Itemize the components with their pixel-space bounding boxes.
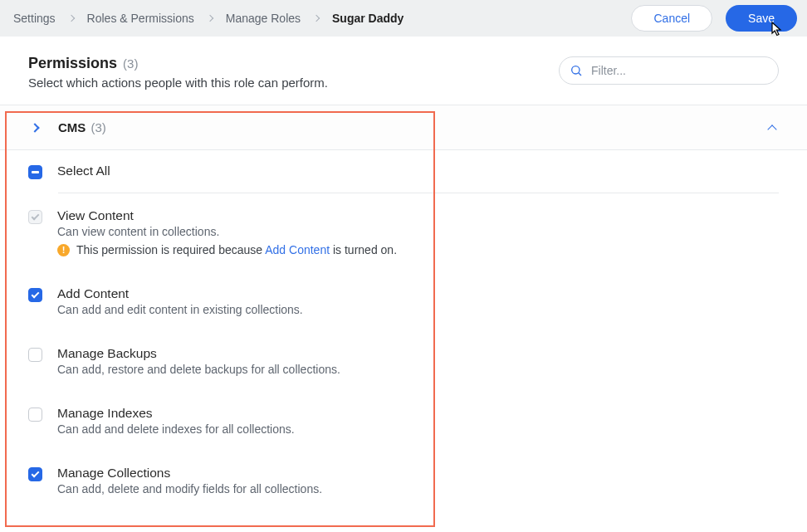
permission-desc: Can add, delete and modify fields for al… <box>57 482 779 495</box>
permission-desc: Can add, restore and delete backups for … <box>57 363 779 376</box>
section-cms-header[interactable]: CMS (3) <box>0 105 807 150</box>
permission-checkbox-view-content[interactable] <box>28 210 42 224</box>
page-title-count: (3) <box>123 56 138 71</box>
cancel-button[interactable]: Cancel <box>631 5 712 32</box>
save-button[interactable]: Save <box>726 5 797 32</box>
search-icon <box>570 64 583 77</box>
section-title-count: (3) <box>91 120 106 134</box>
permission-title: Manage Indexes <box>57 406 779 421</box>
breadcrumb-manage-roles[interactable]: Manage Roles <box>223 10 304 27</box>
permission-title: Manage Backups <box>57 346 779 361</box>
page-title-text: Permissions <box>28 55 117 71</box>
topbar: Settings Roles & Permissions Manage Role… <box>0 0 807 37</box>
chevron-up-icon <box>767 124 776 134</box>
permission-note-suffix: is turned on. <box>330 243 397 256</box>
svg-point-0 <box>572 66 580 74</box>
permission-row-manage-backups: Manage Backups Can add, restore and dele… <box>28 331 779 391</box>
chevron-right-icon <box>313 15 320 22</box>
chevron-right-icon <box>30 123 39 132</box>
breadcrumb-settings[interactable]: Settings <box>10 10 59 27</box>
breadcrumb-current: Sugar Daddy <box>329 10 407 27</box>
section-cms-title: CMS (3) <box>58 120 106 134</box>
permission-checkbox-manage-indexes[interactable] <box>28 408 42 422</box>
permission-checkbox-manage-collections[interactable] <box>28 467 42 481</box>
permission-checkbox-manage-backups[interactable] <box>28 348 42 362</box>
chevron-right-icon <box>207 15 213 22</box>
chevron-right-icon <box>67 15 74 22</box>
permissions-header: Permissions (3) Select which actions peo… <box>0 37 807 105</box>
section-title-text: CMS <box>58 120 86 134</box>
filter-input[interactable] <box>559 56 779 85</box>
page-subtitle: Select which actions people with this ro… <box>28 76 542 90</box>
select-all-label: Select All <box>57 164 779 178</box>
permission-desc: Can view content in collections. <box>57 225 779 238</box>
page-title: Permissions (3) <box>28 55 542 72</box>
permission-row-view-content: View Content Can view content in collect… <box>28 193 779 271</box>
permission-row-manage-collections: Manage Collections Can add, delete and m… <box>28 451 779 510</box>
permission-note-prefix: This permission is required because <box>76 243 265 256</box>
permission-title: Add Content <box>57 286 779 301</box>
svg-line-1 <box>579 73 581 76</box>
save-button-label: Save <box>748 12 775 25</box>
permission-note: ! This permission is required because Ad… <box>57 243 779 256</box>
breadcrumb-roles-permissions[interactable]: Roles & Permissions <box>84 10 198 27</box>
permission-row-add-content: Add Content Can add and edit content in … <box>28 271 779 331</box>
permission-note-link[interactable]: Add Content <box>265 243 330 256</box>
permission-row-manage-indexes: Manage Indexes Can add and delete indexe… <box>28 391 779 451</box>
permission-desc: Can add and delete indexes for all colle… <box>57 422 779 436</box>
warning-icon: ! <box>57 244 70 256</box>
permission-checkbox-add-content[interactable] <box>28 288 42 302</box>
select-all-row: Select All <box>28 150 779 193</box>
permission-title: View Content <box>57 208 779 223</box>
permission-desc: Can add and edit content in existing col… <box>57 303 779 316</box>
permission-title: Manage Collections <box>57 466 779 481</box>
filter-field[interactable] <box>559 56 779 85</box>
permission-list: Select All View Content Can view content… <box>0 150 807 524</box>
select-all-checkbox[interactable] <box>28 165 42 179</box>
